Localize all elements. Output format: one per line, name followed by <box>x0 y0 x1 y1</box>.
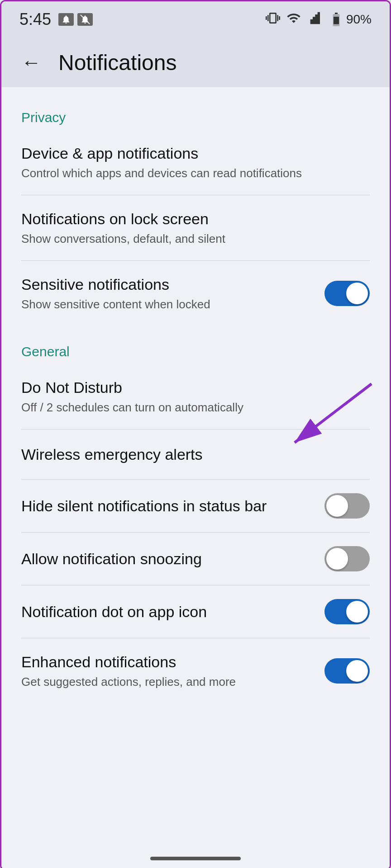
hide-silent-notifications-toggle[interactable] <box>324 493 370 519</box>
enhanced-notifications-subtitle: Get suggested actions, replies, and more <box>21 675 315 690</box>
device-app-notifications-text: Device & app notifications Control which… <box>21 143 370 181</box>
device-app-notifications-subtitle: Control which apps and devices can read … <box>21 166 361 181</box>
section-spacing <box>1 326 390 335</box>
general-section-label: General <box>1 335 390 364</box>
back-button[interactable]: ← <box>18 49 45 76</box>
device-app-notifications-item[interactable]: Device & app notifications Control which… <box>1 130 390 195</box>
notifications-lock-screen-text: Notifications on lock screen Show conver… <box>21 209 370 247</box>
hide-silent-notifications-toggle-knob <box>326 495 348 517</box>
hide-silent-notifications-title: Hide silent notifications in status bar <box>21 496 315 516</box>
enhanced-notifications-text: Enhanced notifications Get suggested act… <box>21 652 324 690</box>
battery-text: 90% <box>346 12 372 27</box>
status-right: 90% <box>266 11 372 28</box>
notifications-lock-screen-item[interactable]: Notifications on lock screen Show conver… <box>1 195 390 260</box>
allow-notification-snoozing-title: Allow notification snoozing <box>21 549 315 569</box>
notification-icon-1 <box>58 13 74 26</box>
status-icons <box>58 13 93 26</box>
notification-dot-item[interactable]: Notification dot on app icon <box>1 585 390 638</box>
top-bar: ← Notifications <box>1 38 390 87</box>
do-not-disturb-text: Do Not Disturb Off / 2 schedules can tur… <box>21 377 370 415</box>
enhanced-notifications-toggle[interactable] <box>324 658 370 684</box>
notification-dot-text: Notification dot on app icon <box>21 602 324 622</box>
notification-icon-2 <box>77 13 93 26</box>
status-left: 5:45 <box>19 10 93 29</box>
page-title: Notifications <box>58 50 176 75</box>
status-bar: 5:45 <box>1 1 390 38</box>
notification-dot-toggle-knob <box>346 601 368 623</box>
wifi-icon <box>286 11 301 28</box>
sensitive-notifications-toggle-knob <box>346 283 368 304</box>
notifications-lock-screen-subtitle: Show conversations, default, and silent <box>21 231 361 247</box>
sensitive-notifications-toggle[interactable] <box>324 281 370 306</box>
svg-rect-1 <box>334 17 339 24</box>
allow-notification-snoozing-toggle-knob <box>326 548 348 570</box>
enhanced-notifications-title: Enhanced notifications <box>21 652 315 672</box>
allow-notification-snoozing-toggle[interactable] <box>324 546 370 571</box>
do-not-disturb-item[interactable]: Do Not Disturb Off / 2 schedules can tur… <box>1 364 390 429</box>
notification-dot-toggle[interactable] <box>324 599 370 624</box>
allow-notification-snoozing-item[interactable]: Allow notification snoozing <box>1 533 390 585</box>
phone-frame: 5:45 <box>0 0 391 868</box>
wireless-emergency-alerts-item[interactable]: Wireless emergency alerts <box>1 429 390 479</box>
general-section: General Do Not Disturb Off / 2 schedules… <box>1 335 390 703</box>
enhanced-notifications-item[interactable]: Enhanced notifications Get suggested act… <box>1 638 390 703</box>
device-app-notifications-title: Device & app notifications <box>21 143 361 163</box>
do-not-disturb-subtitle: Off / 2 schedules can turn on automatica… <box>21 400 361 415</box>
status-time: 5:45 <box>19 10 51 29</box>
battery-icon: 90% <box>328 11 372 28</box>
sensitive-notifications-title: Sensitive notifications <box>21 274 315 294</box>
sensitive-notifications-text: Sensitive notifications Show sensitive c… <box>21 274 324 312</box>
do-not-disturb-title: Do Not Disturb <box>21 377 361 397</box>
notification-dot-title: Notification dot on app icon <box>21 602 315 622</box>
back-arrow-icon: ← <box>21 51 41 74</box>
wireless-emergency-alerts-text: Wireless emergency alerts <box>21 444 370 464</box>
main-content: Privacy Device & app notifications Contr… <box>1 87 390 868</box>
hide-silent-notifications-item[interactable]: Hide silent notifications in status bar <box>1 480 390 532</box>
enhanced-notifications-toggle-knob <box>346 660 368 682</box>
svg-rect-2 <box>335 13 338 14</box>
hide-silent-notifications-text: Hide silent notifications in status bar <box>21 496 324 516</box>
privacy-section-label: Privacy <box>1 101 390 130</box>
signal-icon <box>307 11 322 28</box>
notifications-lock-screen-title: Notifications on lock screen <box>21 209 361 229</box>
allow-notification-snoozing-text: Allow notification snoozing <box>21 549 324 569</box>
wireless-emergency-alerts-title: Wireless emergency alerts <box>21 444 361 464</box>
vibrate-icon <box>266 11 280 28</box>
sensitive-notifications-item[interactable]: Sensitive notifications Show sensitive c… <box>1 261 390 326</box>
sensitive-notifications-subtitle: Show sensitive content when locked <box>21 297 315 312</box>
privacy-section: Privacy Device & app notifications Contr… <box>1 101 390 326</box>
nav-bar <box>150 857 241 860</box>
